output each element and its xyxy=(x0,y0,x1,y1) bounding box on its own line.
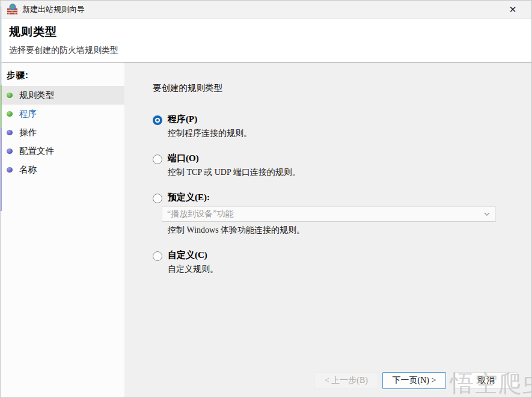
radio-program[interactable] xyxy=(153,115,162,125)
left-edge-artifact-green xyxy=(1,85,2,128)
close-icon[interactable]: ✕ xyxy=(503,1,523,18)
window-title: 新建出站规则向导 xyxy=(22,4,85,15)
step-name: 名称 xyxy=(1,161,124,179)
chevron-down-icon xyxy=(483,210,491,218)
wizard-body: 步骤: 规则类型 程序 操作 配置文件 名称 xyxy=(1,63,531,398)
wizard-footer: < 上一步(B) 下一页(N) > 取消 xyxy=(314,372,518,389)
option-program-desc: 控制程序连接的规则。 xyxy=(168,128,252,139)
option-port-desc: 控制 TCP 或 UDP 端口连接的规则。 xyxy=(168,167,301,178)
step-bullet-icon xyxy=(7,167,13,173)
rule-type-question: 要创建的规则类型 xyxy=(153,82,531,94)
radio-custom[interactable] xyxy=(153,251,162,261)
page-subtitle: 选择要创建的防火墙规则类型 xyxy=(9,45,523,56)
option-predefined-desc: 控制 Windows 体验功能连接的规则。 xyxy=(168,225,496,236)
radio-port[interactable] xyxy=(153,155,162,164)
wizard-dialog: 新建出站规则向导 ✕ 规则类型 选择要创建的防火墙规则类型 步骤: 规则类型 程… xyxy=(0,0,532,398)
page-title: 规则类型 xyxy=(9,24,523,40)
option-port: 端口(O) 控制 TCP 或 UDP 端口连接的规则。 xyxy=(153,153,531,178)
step-rule-type: 规则类型 xyxy=(1,86,124,105)
cancel-button[interactable]: 取消 xyxy=(454,372,518,389)
title-bar: 新建出站规则向导 ✕ xyxy=(1,1,531,19)
main-panel: 要创建的规则类型 程序(P) 控制程序连接的规则。 端口(O) 控制 TCP 或… xyxy=(124,63,531,398)
step-bullet-icon xyxy=(7,130,13,135)
option-predefined-label[interactable]: 预定义(E): xyxy=(168,192,496,203)
steps-sidebar: 步骤: 规则类型 程序 操作 配置文件 名称 xyxy=(1,63,124,398)
left-edge-artifact-blue-light xyxy=(1,7,2,85)
option-program: 程序(P) 控制程序连接的规则。 xyxy=(153,114,531,139)
option-custom: 自定义(C) 自定义规则。 xyxy=(153,250,531,275)
step-profile: 配置文件 xyxy=(1,142,124,161)
option-program-label[interactable]: 程序(P) xyxy=(168,114,252,125)
step-bullet-icon xyxy=(7,93,13,98)
option-port-label[interactable]: 端口(O) xyxy=(168,153,301,164)
step-program: 程序 xyxy=(1,105,124,123)
radio-predefined[interactable] xyxy=(153,194,162,203)
firewall-icon xyxy=(7,4,18,15)
dropdown-value: “播放到设备”功能 xyxy=(167,209,233,219)
predefined-feature-dropdown[interactable]: “播放到设备”功能 xyxy=(162,206,496,222)
next-button[interactable]: 下一页(N) > xyxy=(382,372,446,389)
step-bullet-icon xyxy=(7,148,13,154)
steps-heading: 步骤: xyxy=(1,67,124,86)
step-action: 操作 xyxy=(1,123,124,142)
left-edge-artifact-purple xyxy=(1,128,2,211)
option-custom-desc: 自定义规则。 xyxy=(168,264,218,275)
option-predefined: 预定义(E): “播放到设备”功能 控制 Windows 体验功能连接的规则。 xyxy=(153,192,531,236)
step-bullet-icon xyxy=(7,111,13,117)
rule-type-options: 程序(P) 控制程序连接的规则。 端口(O) 控制 TCP 或 UDP 端口连接… xyxy=(153,114,531,275)
back-button[interactable]: < 上一步(B) xyxy=(314,372,378,389)
option-custom-label[interactable]: 自定义(C) xyxy=(168,250,218,261)
wizard-header: 规则类型 选择要创建的防火墙规则类型 xyxy=(1,19,531,63)
